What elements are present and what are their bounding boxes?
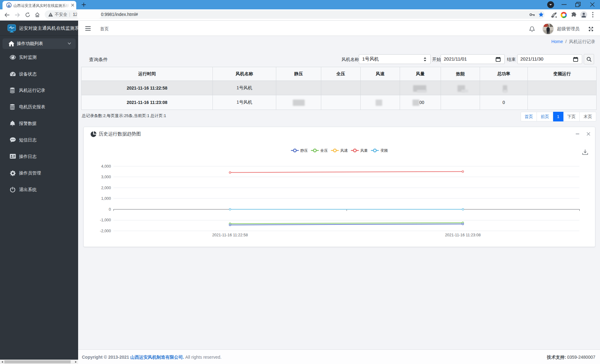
svg-text:2021-11-16 11:22:58: 2021-11-16 11:22:58 [212, 233, 248, 237]
svg-text:-1,000: -1,000 [100, 218, 111, 222]
svg-text:2021-11-16 11:23:08: 2021-11-16 11:23:08 [445, 233, 481, 237]
svg-text:※: ※ [555, 12, 557, 14]
svg-text:3,000: 3,000 [101, 175, 111, 179]
svg-text:-2,000: -2,000 [100, 229, 111, 233]
svg-text:4,000: 4,000 [101, 164, 111, 169]
svg-text:0: 0 [109, 207, 111, 212]
svg-text:2,000: 2,000 [101, 186, 111, 190]
svg-text:1,000: 1,000 [101, 196, 111, 201]
svg-text:en: en [552, 15, 554, 18]
